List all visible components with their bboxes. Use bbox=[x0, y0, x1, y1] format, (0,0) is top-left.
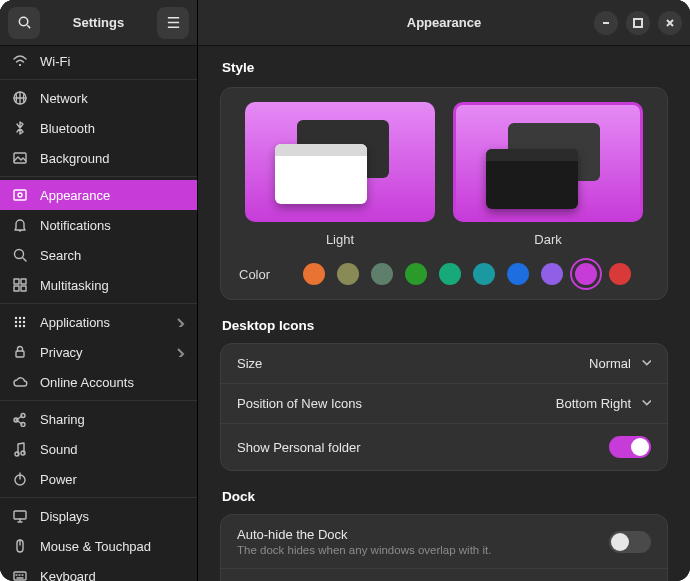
sidebar-item-online[interactable]: Online Accounts bbox=[0, 367, 197, 397]
image-icon bbox=[12, 150, 28, 166]
multitask-icon bbox=[12, 277, 28, 293]
sidebar-list: Wi-FiNetworkBluetoothBackgroundAppearanc… bbox=[0, 46, 197, 581]
row-value: Bottom Right bbox=[556, 396, 631, 411]
main-pane: Appearance Style Light bbox=[198, 0, 690, 581]
bell-icon bbox=[12, 217, 28, 233]
color-swatch-9[interactable] bbox=[609, 263, 631, 285]
sidebar-item-label: Multitasking bbox=[40, 278, 109, 293]
mouse-icon bbox=[12, 538, 28, 554]
sidebar-item-appearance[interactable]: Appearance bbox=[0, 180, 197, 210]
maximize-button[interactable] bbox=[626, 11, 650, 35]
toggle-autohide[interactable] bbox=[609, 531, 651, 553]
sidebar-item-keyboard[interactable]: Keyboard bbox=[0, 561, 197, 581]
color-swatch-3[interactable] bbox=[405, 263, 427, 285]
chevron-right-icon bbox=[175, 315, 185, 330]
sidebar-item-mouse[interactable]: Mouse & Touchpad bbox=[0, 531, 197, 561]
sidebar-title: Settings bbox=[48, 15, 149, 30]
sidebar-item-label: Mouse & Touchpad bbox=[40, 539, 151, 554]
row-title: Auto-hide the Dock bbox=[237, 527, 609, 542]
dock-heading: Dock bbox=[222, 489, 668, 504]
sidebar-item-label: Sharing bbox=[40, 412, 85, 427]
color-swatch-4[interactable] bbox=[439, 263, 461, 285]
wifi-icon bbox=[12, 53, 28, 69]
row-label: Size bbox=[237, 356, 589, 371]
close-button[interactable] bbox=[658, 11, 682, 35]
color-swatch-1[interactable] bbox=[337, 263, 359, 285]
style-heading: Style bbox=[222, 60, 668, 75]
sidebar-item-bluetooth[interactable]: Bluetooth bbox=[0, 113, 197, 143]
grid-icon bbox=[12, 314, 28, 330]
sidebar-item-privacy[interactable]: Privacy bbox=[0, 337, 197, 367]
row-value: Normal bbox=[589, 356, 631, 371]
row-icon-size[interactable]: Size Normal bbox=[221, 344, 667, 384]
sidebar-item-label: Power bbox=[40, 472, 77, 487]
color-swatches bbox=[303, 263, 631, 285]
sidebar-item-displays[interactable]: Displays bbox=[0, 501, 197, 531]
sidebar-item-label: Background bbox=[40, 151, 109, 166]
color-label: Color bbox=[239, 267, 289, 282]
chevron-down-icon bbox=[641, 396, 651, 411]
sidebar-item-label: Wi-Fi bbox=[40, 54, 70, 69]
sidebar-item-wifi[interactable]: Wi-Fi bbox=[0, 46, 197, 76]
row-personal-folder: Show Personal folder bbox=[221, 424, 667, 470]
sidebar-item-network[interactable]: Network bbox=[0, 83, 197, 113]
dock-panel: Auto-hide the Dock The dock hides when a… bbox=[220, 514, 668, 581]
theme-preview-light bbox=[245, 102, 435, 222]
share-icon bbox=[12, 411, 28, 427]
color-swatch-2[interactable] bbox=[371, 263, 393, 285]
sidebar-item-notifications[interactable]: Notifications bbox=[0, 210, 197, 240]
sidebar-item-label: Keyboard bbox=[40, 569, 96, 582]
toggle-personal-folder[interactable] bbox=[609, 436, 651, 458]
page-title: Appearance bbox=[407, 15, 481, 30]
bluetooth-icon bbox=[12, 120, 28, 136]
search-icon bbox=[12, 247, 28, 263]
minimize-button[interactable] bbox=[594, 11, 618, 35]
row-label: Position of New Icons bbox=[237, 396, 556, 411]
separator bbox=[0, 303, 197, 304]
globe-icon bbox=[12, 90, 28, 106]
sidebar-item-label: Displays bbox=[40, 509, 89, 524]
style-option-dark[interactable]: Dark bbox=[453, 102, 643, 247]
note-icon bbox=[12, 441, 28, 457]
sidebar-item-sound[interactable]: Sound bbox=[0, 434, 197, 464]
color-swatch-7[interactable] bbox=[541, 263, 563, 285]
power-icon bbox=[12, 471, 28, 487]
style-panel: Light Dark Color bbox=[220, 87, 668, 300]
keyboard-icon bbox=[12, 568, 28, 581]
sidebar-item-applications[interactable]: Applications bbox=[0, 307, 197, 337]
row-subtitle: The dock hides when any windows overlap … bbox=[237, 544, 609, 556]
separator bbox=[0, 79, 197, 80]
display-icon bbox=[12, 508, 28, 524]
sidebar-item-label: Bluetooth bbox=[40, 121, 95, 136]
row-label: Auto-hide the Dock The dock hides when a… bbox=[237, 527, 609, 556]
style-option-light[interactable]: Light bbox=[245, 102, 435, 247]
window-controls bbox=[594, 11, 682, 35]
sidebar-item-sharing[interactable]: Sharing bbox=[0, 404, 197, 434]
separator bbox=[0, 400, 197, 401]
sidebar-item-label: Notifications bbox=[40, 218, 111, 233]
chevron-right-icon bbox=[175, 345, 185, 360]
row-label: Show Personal folder bbox=[237, 440, 609, 455]
sidebar-item-label: Search bbox=[40, 248, 81, 263]
separator bbox=[0, 176, 197, 177]
lock-icon bbox=[12, 344, 28, 360]
row-icon-position[interactable]: Position of New Icons Bottom Right bbox=[221, 384, 667, 424]
color-swatch-0[interactable] bbox=[303, 263, 325, 285]
sidebar-item-power[interactable]: Power bbox=[0, 464, 197, 494]
cloud-icon bbox=[12, 374, 28, 390]
row-autohide: Auto-hide the Dock The dock hides when a… bbox=[221, 515, 667, 569]
content[interactable]: Style Light Dark bbox=[198, 46, 690, 581]
search-button[interactable] bbox=[8, 7, 40, 39]
settings-window: Settings Wi-FiNetworkBluetoothBackground… bbox=[0, 0, 690, 581]
color-swatch-6[interactable] bbox=[507, 263, 529, 285]
main-header: Appearance bbox=[198, 0, 690, 46]
color-swatch-5[interactable] bbox=[473, 263, 495, 285]
theme-preview-dark bbox=[453, 102, 643, 222]
color-swatch-8[interactable] bbox=[575, 263, 597, 285]
sidebar-item-label: Online Accounts bbox=[40, 375, 134, 390]
sidebar-item-multitasking[interactable]: Multitasking bbox=[0, 270, 197, 300]
sidebar-item-search[interactable]: Search bbox=[0, 240, 197, 270]
hamburger-button[interactable] bbox=[157, 7, 189, 39]
appearance-icon bbox=[12, 187, 28, 203]
sidebar-item-background[interactable]: Background bbox=[0, 143, 197, 173]
